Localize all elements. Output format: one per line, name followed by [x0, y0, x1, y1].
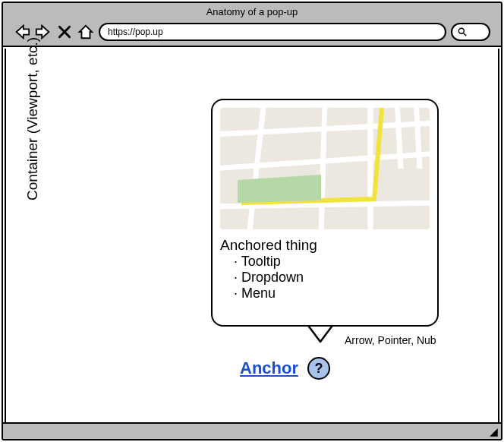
search-field[interactable]	[451, 23, 490, 41]
anchor-link[interactable]: Anchor	[240, 358, 298, 378]
svg-line-1	[464, 33, 467, 36]
url-input[interactable]: https://pop.up	[99, 23, 446, 41]
titlebar: Anatomy of a pop-up https://pop.up	[3, 3, 501, 47]
popup-heading: Anchored thing	[220, 237, 430, 254]
browser-window: Anatomy of a pop-up https://pop.up Conta…	[2, 2, 502, 440]
popup: Anchored thing Tooltip Dropdown Menu	[211, 99, 439, 327]
stop-icon[interactable]	[56, 24, 73, 40]
list-item: Menu	[234, 286, 430, 302]
url-text: https://pop.up	[108, 27, 163, 37]
resize-grip-icon[interactable]: ◢	[490, 425, 498, 437]
svg-line-7	[321, 108, 325, 229]
help-icon[interactable]: ?	[307, 357, 330, 380]
popup-list: Tooltip Dropdown Menu	[234, 254, 430, 302]
arrow-label: Arrow, Pointer, Nub	[345, 334, 436, 346]
window-title: Anatomy of a pop-up	[3, 6, 501, 17]
search-icon	[457, 27, 468, 37]
anchor-row: Anchor ?	[240, 357, 330, 380]
container-label: Container (Viewport, etc.)	[24, 37, 41, 200]
svg-point-0	[458, 28, 464, 33]
list-item: Dropdown	[234, 270, 430, 286]
map-image	[220, 108, 430, 229]
status-bar: ◢	[3, 422, 501, 439]
list-item: Tooltip	[234, 254, 430, 270]
home-icon[interactable]	[77, 24, 94, 40]
toolbar: https://pop.up	[14, 23, 490, 41]
